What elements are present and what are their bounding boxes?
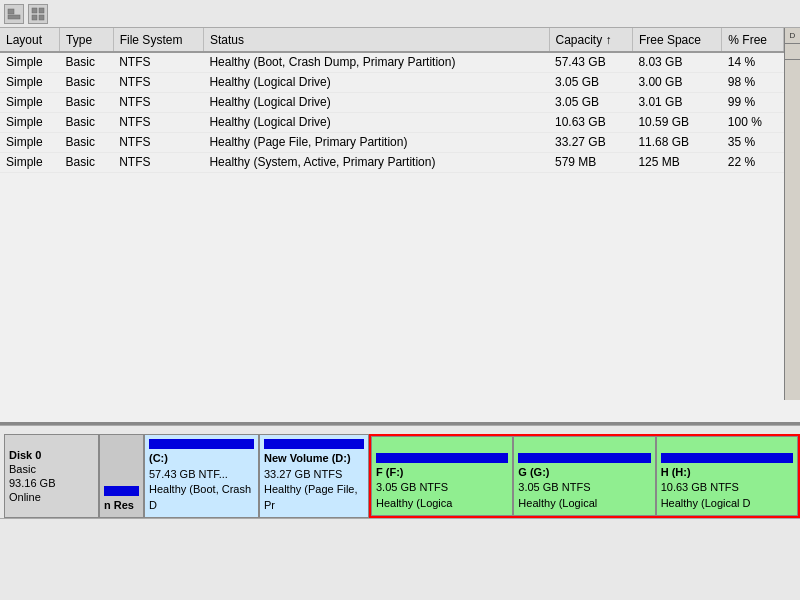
cell-freespace: 3.01 GB [632, 92, 721, 112]
action-panel: D [784, 28, 800, 400]
segment-bar-c [149, 439, 254, 449]
cell-filesystem: NTFS [113, 152, 203, 172]
disk-size: 93.16 GB [9, 477, 94, 489]
cell-freespace: 10.59 GB [632, 112, 721, 132]
segment-g[interactable]: G (G:) 3.05 GB NTFS Healthy (Logical [513, 436, 655, 516]
upper-panel: Layout Type File System Status Capacity … [0, 28, 800, 425]
segment-f[interactable]: F (F:) 3.05 GB NTFS Healthy (Logica [371, 436, 513, 516]
segment-sys[interactable]: n Res [99, 434, 144, 518]
cell-status: Healthy (Boot, Crash Dump, Primary Parti… [203, 52, 549, 72]
svg-rect-0 [8, 9, 14, 14]
cell-layout: Simple [0, 132, 60, 152]
selected-partition-group: F (F:) 3.05 GB NTFS Healthy (Logica G (G… [369, 434, 800, 518]
segment-bar-g [518, 453, 650, 463]
table-row[interactable]: SimpleBasicNTFSHealthy (Logical Drive)10… [0, 112, 784, 132]
cell-status: Healthy (Page File, Primary Partition) [203, 132, 549, 152]
table-row[interactable]: SimpleBasicNTFSHealthy (Boot, Crash Dump… [0, 52, 784, 72]
cell-capacity: 10.63 GB [549, 112, 632, 132]
cell-filesystem: NTFS [113, 92, 203, 112]
disk-status: Online [9, 491, 94, 503]
cell-type: Basic [60, 152, 114, 172]
cell-filesystem: NTFS [113, 112, 203, 132]
cell-percentfree: 99 % [722, 92, 784, 112]
table-row[interactable]: SimpleBasicNTFSHealthy (Logical Drive)3.… [0, 72, 784, 92]
cell-freespace: 3.00 GB [632, 72, 721, 92]
cell-layout: Simple [0, 52, 60, 72]
cell-type: Basic [60, 72, 114, 92]
lower-panel: Disk 0 Basic 93.16 GB Online n Res [0, 425, 800, 600]
cell-percentfree: 98 % [722, 72, 784, 92]
cell-capacity: 33.27 GB [549, 132, 632, 152]
cell-layout: Simple [0, 152, 60, 172]
toolbar-icon-1[interactable] [4, 4, 24, 24]
svg-rect-3 [39, 8, 44, 13]
col-header-percentfree[interactable]: % Free [722, 28, 784, 52]
cell-freespace: 8.03 GB [632, 52, 721, 72]
cell-filesystem: NTFS [113, 132, 203, 152]
svg-rect-5 [39, 15, 44, 20]
cell-capacity: 57.43 GB [549, 52, 632, 72]
toolbar [0, 0, 800, 28]
segment-h[interactable]: H (H:) 10.63 GB NTFS Healthy (Logical D [656, 436, 798, 516]
toolbar-icon-2[interactable] [28, 4, 48, 24]
segment-bar-d [264, 439, 364, 449]
segment-text-c: (C:) 57.43 GB NTF... Healthy (Boot, Cras… [149, 451, 254, 513]
cell-type: Basic [60, 52, 114, 72]
cell-capacity: 3.05 GB [549, 92, 632, 112]
disk-row-0: Disk 0 Basic 93.16 GB Online n Res [0, 434, 800, 519]
segment-d[interactable]: New Volume (D:) 33.27 GB NTFS Healthy (P… [259, 434, 369, 518]
table-row[interactable]: SimpleBasicNTFSHealthy (Logical Drive)3.… [0, 92, 784, 112]
cell-capacity: 3.05 GB [549, 72, 632, 92]
cell-percentfree: 35 % [722, 132, 784, 152]
cell-status: Healthy (Logical Drive) [203, 72, 549, 92]
cell-capacity: 579 MB [549, 152, 632, 172]
disk-type: Basic [9, 463, 94, 475]
col-header-status[interactable]: Status [203, 28, 549, 52]
action-btn-d[interactable]: D [785, 28, 800, 44]
col-header-capacity[interactable]: Capacity ↑ [549, 28, 632, 52]
cell-percentfree: 100 % [722, 112, 784, 132]
volume-table: Layout Type File System Status Capacity … [0, 28, 784, 173]
disk-label: Disk 0 Basic 93.16 GB Online [4, 434, 99, 518]
col-header-type[interactable]: Type [60, 28, 114, 52]
cell-percentfree: 22 % [722, 152, 784, 172]
cell-layout: Simple [0, 72, 60, 92]
disk-segments: n Res (C:) 57.43 GB NTF... Healthy (Boot… [99, 434, 800, 518]
table-row[interactable]: SimpleBasicNTFSHealthy (Page File, Prima… [0, 132, 784, 152]
disk-name: Disk 0 [9, 449, 94, 461]
segment-bar-h [661, 453, 793, 463]
cell-layout: Simple [0, 112, 60, 132]
svg-rect-2 [32, 8, 37, 13]
cell-status: Healthy (Logical Drive) [203, 92, 549, 112]
col-header-layout[interactable]: Layout [0, 28, 60, 52]
main-container: Layout Type File System Status Capacity … [0, 28, 800, 600]
cell-percentfree: 14 % [722, 52, 784, 72]
segment-text-sys: n Res [104, 498, 139, 513]
segment-text-f: F (F:) 3.05 GB NTFS Healthy (Logica [376, 465, 508, 511]
segment-text-h: H (H:) 10.63 GB NTFS Healthy (Logical D [661, 465, 793, 511]
cell-filesystem: NTFS [113, 72, 203, 92]
segment-text-d: New Volume (D:) 33.27 GB NTFS Healthy (P… [264, 451, 364, 513]
cell-status: Healthy (Logical Drive) [203, 112, 549, 132]
table-row[interactable]: SimpleBasicNTFSHealthy (System, Active, … [0, 152, 784, 172]
segment-c[interactable]: (C:) 57.43 GB NTF... Healthy (Boot, Cras… [144, 434, 259, 518]
cell-type: Basic [60, 92, 114, 112]
col-header-filesystem[interactable]: File System [113, 28, 203, 52]
action-btn-2[interactable] [785, 44, 800, 60]
svg-rect-1 [8, 15, 20, 19]
cell-layout: Simple [0, 92, 60, 112]
svg-rect-4 [32, 15, 37, 20]
cell-status: Healthy (System, Active, Primary Partiti… [203, 152, 549, 172]
cell-type: Basic [60, 112, 114, 132]
segment-text-g: G (G:) 3.05 GB NTFS Healthy (Logical [518, 465, 650, 511]
segment-bar-sys [104, 486, 139, 496]
table-header-row: Layout Type File System Status Capacity … [0, 28, 784, 52]
cell-freespace: 125 MB [632, 152, 721, 172]
col-header-freespace[interactable]: Free Space [632, 28, 721, 52]
segment-bar-f [376, 453, 508, 463]
cell-type: Basic [60, 132, 114, 152]
cell-freespace: 11.68 GB [632, 132, 721, 152]
cell-filesystem: NTFS [113, 52, 203, 72]
